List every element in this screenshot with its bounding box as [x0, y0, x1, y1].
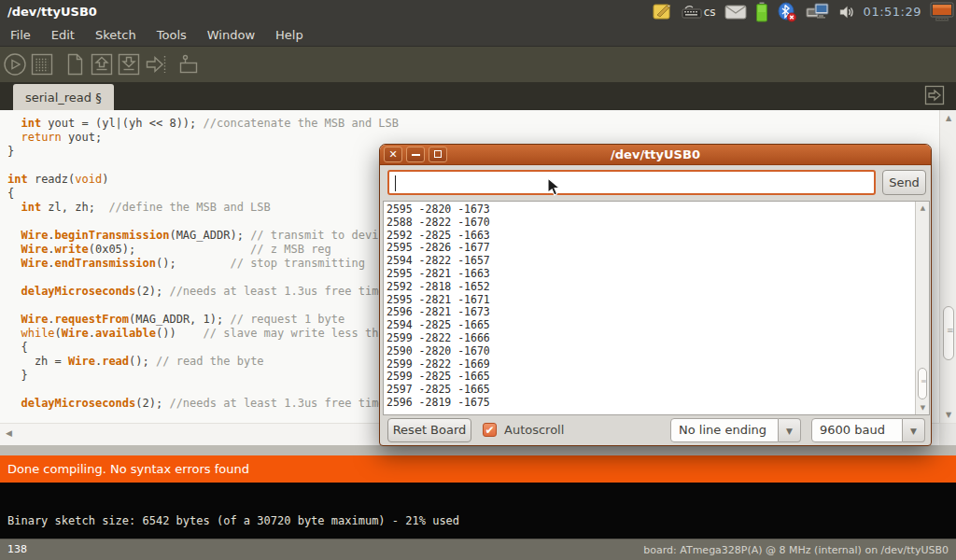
save-sketch-button[interactable]	[117, 52, 141, 77]
keyboard-layout-label: cs	[704, 6, 716, 19]
board-info: board: ATmega328P(A) @ 8 MHz (internal) …	[643, 544, 949, 556]
tab-bar: serial_read §	[0, 82, 956, 110]
code-line: int yout = (yl|(yh << 8)); //concatenate…	[7, 117, 956, 131]
scroll-left-icon[interactable]: ◀	[6, 428, 12, 438]
battery-icon[interactable]	[755, 2, 768, 22]
serial-window-title: /dev/ttyUSB0	[380, 147, 931, 161]
desktop: /dev/ttyUSB0 cs 01:5	[0, 0, 956, 560]
clock[interactable]: 01:51:29	[864, 5, 921, 19]
menu-help[interactable]: Help	[265, 25, 314, 45]
scroll-up-icon[interactable]: ▲	[916, 204, 930, 212]
mouse-cursor	[547, 177, 562, 202]
top-panel: /dev/ttyUSB0 cs 01:5	[0, 0, 956, 23]
baud-rate-dropdown[interactable]: 9600 baud ▼	[811, 418, 925, 442]
serial-line: 2595 -2821 -1671	[387, 293, 490, 306]
volume-icon[interactable]	[838, 2, 855, 22]
menu-edit[interactable]: Edit	[41, 25, 85, 45]
menu-window[interactable]: Window	[197, 25, 265, 45]
send-button[interactable]: Send	[882, 170, 926, 195]
serial-input[interactable]	[387, 170, 876, 195]
verify-button[interactable]	[3, 52, 27, 77]
menu-sketch[interactable]: Sketch	[85, 25, 147, 45]
network-icon[interactable]	[806, 2, 830, 22]
line-number: 138	[7, 543, 27, 555]
console-output: Binary sketch size: 6542 bytes (of a 307…	[7, 514, 459, 527]
autoscroll-checkbox[interactable]: ✔	[483, 423, 497, 437]
editor-toolbar	[0, 47, 956, 82]
chevron-down-icon[interactable]: ▼	[779, 418, 801, 442]
mail-icon[interactable]	[724, 2, 747, 22]
serial-output-area[interactable]: 2595 -2820 -16732588 -2822 -16702592 -28…	[383, 201, 930, 415]
editor-scroll-thumb[interactable]	[943, 306, 954, 360]
serial-controls: Reset Board ✔ Autoscroll No line ending …	[380, 417, 931, 445]
serial-line: 2594 -2822 -1657	[387, 254, 490, 267]
build-console[interactable]: Binary sketch size: 6542 bytes (of a 307…	[0, 483, 956, 539]
baud-rate-value: 9600 baud	[811, 418, 903, 442]
bluetooth-icon[interactable]	[777, 2, 797, 22]
chevron-down-icon[interactable]: ▼	[903, 418, 925, 442]
serial-line: 2590 -2820 -1670	[387, 344, 490, 357]
system-tray: cs 01:51:29	[653, 0, 954, 23]
menu-file[interactable]: File	[0, 25, 41, 45]
serial-line: 2592 -2818 -1652	[387, 280, 490, 293]
serial-titlebar[interactable]: ✕ /dev/ttyUSB0	[380, 145, 931, 165]
serial-monitor-button[interactable]	[176, 52, 201, 77]
serial-line: 2595 -2826 -1677	[387, 241, 490, 254]
reset-board-button[interactable]: Reset Board	[387, 418, 471, 442]
footer-bar: 138 board: ATmega328P(A) @ 8 MHz (intern…	[0, 539, 956, 560]
scroll-up-icon[interactable]: ▲	[940, 114, 956, 122]
stop-button[interactable]	[30, 52, 54, 77]
serial-line: 2595 -2821 -1663	[387, 267, 490, 280]
serial-line: 2596 -2821 -1673	[387, 305, 490, 318]
serial-output-lines: 2595 -2820 -16732588 -2822 -16702592 -28…	[387, 203, 490, 409]
keyboard-indicator[interactable]: cs	[682, 2, 716, 22]
serial-line: 2599 -2822 -1666	[387, 331, 490, 344]
serial-line: 2596 -2819 -1675	[387, 396, 490, 409]
scrollbar-corner	[939, 424, 956, 446]
serial-line: 2588 -2822 -1670	[387, 216, 490, 229]
send-row: Send	[380, 165, 931, 201]
menu-tools[interactable]: Tools	[147, 25, 197, 45]
editor-vertical-scrollbar[interactable]: ▲ ▼	[939, 110, 956, 423]
code-line: return yout;	[7, 131, 956, 145]
tab-menu-icon[interactable]	[924, 85, 945, 105]
serial-line: 2595 -2820 -1673	[387, 203, 490, 216]
status-bar: Done compiling. No syntax errors found	[0, 455, 956, 483]
serial-line: 2599 -2822 -1669	[387, 357, 490, 371]
status-message: Done compiling. No syntax errors found	[7, 462, 249, 476]
menu-bar: FileEditSketchToolsWindowHelp	[0, 23, 956, 47]
open-sketch-button[interactable]	[90, 52, 114, 77]
line-ending-dropdown[interactable]: No line ending ▼	[670, 418, 801, 442]
upload-button[interactable]	[144, 52, 168, 77]
serial-line: 2597 -2825 -1665	[387, 383, 490, 396]
new-sketch-button[interactable]	[63, 52, 87, 77]
scroll-down-icon[interactable]: ▼	[916, 404, 930, 412]
session-icon[interactable]	[930, 2, 954, 22]
serial-line: 2594 -2825 -1665	[387, 318, 490, 331]
tab-serial-read[interactable]: serial_read §	[13, 84, 114, 110]
serial-line: 2599 -2825 -1665	[387, 370, 490, 383]
serial-scroll-thumb[interactable]	[918, 368, 927, 399]
text-caret	[395, 175, 396, 191]
serial-line: 2592 -2825 -1663	[387, 229, 490, 242]
divider-strip	[0, 445, 956, 455]
window-title: /dev/ttyUSB0	[7, 5, 97, 19]
note-icon[interactable]	[653, 2, 673, 22]
autoscroll-label: Autoscroll	[504, 423, 564, 437]
serial-scrollbar[interactable]: ▲ ▼	[915, 202, 929, 414]
scroll-down-icon[interactable]: ▼	[940, 411, 956, 419]
line-ending-value: No line ending	[670, 418, 779, 442]
tab-label: serial_read §	[25, 91, 102, 105]
serial-monitor-window: ✕ /dev/ttyUSB0 Send 2595 -2820 -16732588…	[379, 144, 932, 446]
